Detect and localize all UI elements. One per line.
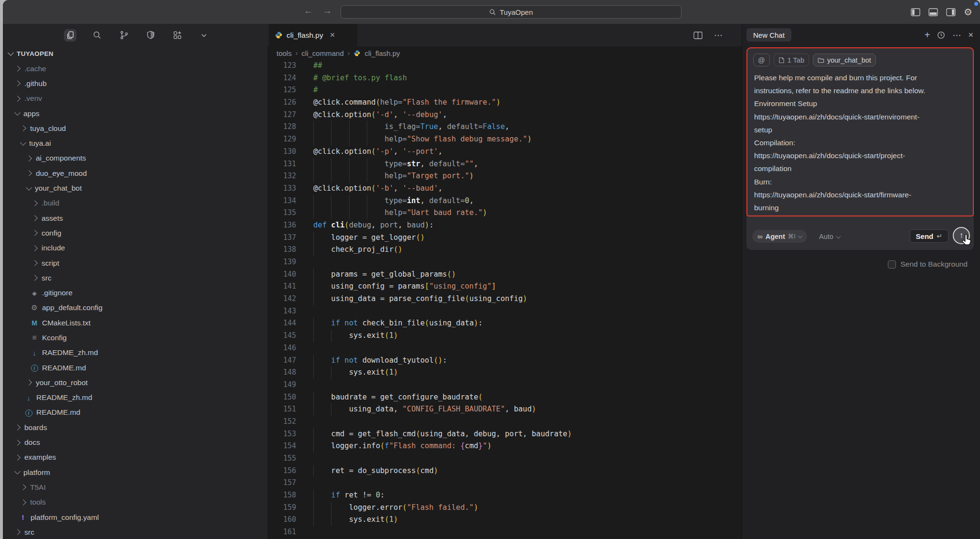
mention-chip[interactable]: @ [753,54,770,66]
indent-guide [313,514,349,526]
tree-item-readme-md[interactable]: iREADME.md [3,405,267,420]
code-text [296,342,313,355]
tree-item-tuya-cloud[interactable]: tuya_cloud [3,121,267,136]
source-control-icon[interactable] [117,29,130,42]
breadcrumb-item[interactable]: tools [277,49,292,57]
folder-context-chip[interactable]: your_chat_bot [813,54,876,66]
line-number: 137 [267,232,296,244]
editor-more-actions-icon[interactable]: ⋯ [714,30,723,41]
mouse-cursor [961,234,974,247]
code-line-159: 159logger.error("Flash failed.") [267,502,742,514]
chat-input-card[interactable]: @ 1 Tab your_chat_bot [746,47,974,250]
tree-item-kconfig[interactable]: ≡Kconfig [3,330,267,345]
tree-item-label: include [42,244,65,252]
tree-item-ai-components[interactable]: ai_components [3,151,267,166]
tree-item-raedme-zh-md[interactable]: ↓RAEDME_zh.md [3,345,267,360]
breadcrumb-item[interactable]: cli_command [301,49,343,57]
chevron-down-icon [8,50,14,56]
chat-input-controls: ∞ Agent ⌘I Auto Send ↵ ↑ [752,228,968,245]
send-to-background-checkbox[interactable] [888,260,896,269]
tab-context-chip[interactable]: 1 Tab [774,54,809,66]
tree-item-src[interactable]: src [3,525,267,539]
tree-item-docs[interactable]: docs [3,435,267,450]
code-line-148: 148sys.exit(1) [267,367,742,379]
agent-mode-selector[interactable]: ∞ Agent ⌘I [752,230,807,243]
tree-item-include[interactable]: include [3,241,267,256]
tree-item-tuya-ai[interactable]: tuya.ai [3,136,267,151]
line-number: 133 [267,183,296,195]
new-chat-plus-icon[interactable]: + [925,30,930,41]
chevron-right-icon [32,275,38,281]
tree-item-assets[interactable]: assets [3,211,267,226]
tree-item-cmakelists-txt[interactable]: MCMakeLists.txt [3,315,267,330]
editor[interactable]: tools › cli_command › cli_flash.py 123##… [267,46,742,539]
code-line-155: 155 [267,453,742,465]
chat-more-actions-icon[interactable]: ⋯ [952,30,961,41]
explorer-root-header[interactable]: TUYAOPEN [3,46,267,61]
tree-item--venv[interactable]: .venv [3,91,267,106]
close-panel-icon[interactable]: × [968,30,973,40]
arrow-down-icon: ↓ [31,349,38,357]
chevron-down-icon[interactable] [198,29,210,42]
tree-item--build[interactable]: .build [3,196,267,211]
breadcrumb-item[interactable]: cli_flash.py [364,49,400,57]
code-text: @click.option('-p', '--port', [296,146,443,158]
chevron-right-icon [26,155,32,162]
tree-item-platform[interactable]: platform [3,465,267,480]
chevron-right-icon [14,454,21,461]
line-number: 149 [267,379,296,391]
search-view-icon[interactable] [91,29,103,42]
forward-button[interactable]: → [323,6,332,16]
code-line-126: 126@click.command(help="Flash the firmwa… [267,97,742,109]
chevron-right-icon [14,529,21,535]
code-area[interactable]: 123##124# @brief tos.py flash125#126@cli… [267,60,742,539]
tree-item-t5ai[interactable]: T5AI [3,480,267,495]
chat-tab[interactable]: New Chat [746,28,791,42]
explorer-view-icon[interactable] [64,29,76,42]
toggle-right-panel-icon[interactable] [946,8,956,16]
breadcrumb[interactable]: tools › cli_command › cli_flash.py [267,46,742,60]
tree-item-your-otto-robot[interactable]: your_otto_robot [3,375,267,390]
code-line-139: 139 [267,256,742,269]
tree-item-script[interactable]: script [3,256,267,270]
chat-prompt-text[interactable]: Please help me compile and burn this pro… [753,71,967,214]
line-number: 132 [267,170,296,183]
back-button[interactable]: ← [304,6,313,16]
tree-item-src[interactable]: src [3,270,267,285]
extensions-icon[interactable] [171,29,183,42]
tree-item-app-default-config[interactable]: ⚙app_default.config [3,301,267,315]
chat-header: New Chat + ⋯ × [742,24,980,46]
tree-item-boards[interactable]: boards [3,420,267,435]
tree-item-config[interactable]: config [3,226,267,240]
command-center[interactable]: TuyaOpen [341,5,682,19]
tree-item-platform-config-yaml[interactable]: !platform_config.yaml [3,510,267,525]
history-icon[interactable] [937,31,945,39]
tree-item-your-chat-bot[interactable]: your_chat_bot [3,181,267,195]
tree-item--gitignore[interactable]: ◈.gitignore [3,285,267,300]
shield-icon[interactable] [144,29,157,42]
toggle-bottom-panel-icon[interactable] [928,8,938,16]
code-text [296,477,313,489]
tree-item-readme-md[interactable]: iREADME.md [3,360,267,375]
tab-cli-flash-py[interactable]: cli_flash.py × [269,24,357,46]
tree-item-duo-eye-mood[interactable]: duo_eye_mood [3,166,267,181]
tree-item--cache[interactable]: .cache [3,61,267,76]
settings-gear-icon[interactable]: ⚙ [964,6,972,18]
app-window: ← → TuyaOpen ⚙ [3,0,980,539]
infinity-icon: ∞ [757,232,763,240]
tree-item-tools[interactable]: tools [3,495,267,510]
model-selector[interactable]: Auto [819,233,840,240]
tree-item-apps[interactable]: apps [3,106,267,121]
indent-guide [313,244,331,256]
split-editor-icon[interactable] [693,32,703,39]
tree-item-label: ai_components [36,154,86,162]
toggle-left-panel-icon[interactable] [911,8,920,16]
tree-item-readme-zh-md[interactable]: ↓README_zh.md [3,390,267,405]
file-icon [778,57,785,64]
chevron-right-icon [14,424,21,431]
tree-item--github[interactable]: .github [3,76,267,91]
tree-item-examples[interactable]: examples [3,450,267,465]
code-text: sys.exit(1) [296,330,398,342]
close-tab-icon[interactable]: × [330,30,335,40]
line-number: 141 [267,280,296,293]
